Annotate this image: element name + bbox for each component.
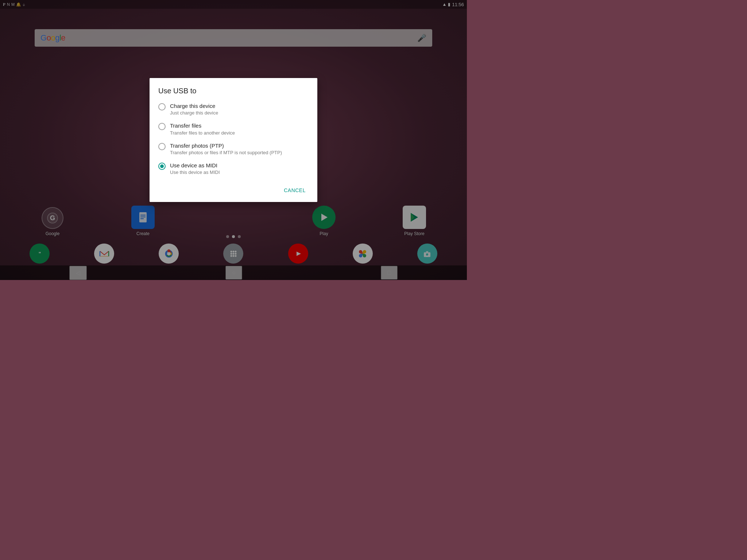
charge-sublabel: Just charge this device <box>170 110 218 116</box>
radio-transfer-files[interactable] <box>158 123 166 130</box>
midi-text-group: Use device as MIDI Use this device as MI… <box>170 162 220 176</box>
radio-transfer-photos[interactable] <box>158 143 166 150</box>
transfer-photos-label: Transfer photos (PTP) <box>170 142 282 149</box>
charge-text-group: Charge this device Just charge this devi… <box>170 102 218 116</box>
dialog-overlay[interactable]: Use USB to Charge this device Just charg… <box>0 0 467 280</box>
cancel-button[interactable]: CANCEL <box>281 184 309 196</box>
dialog-title: Use USB to <box>158 87 309 95</box>
transfer-files-sublabel: Transfer files to another device <box>170 130 235 136</box>
transfer-files-text-group: Transfer files Transfer files to another… <box>170 122 235 136</box>
transfer-files-label: Transfer files <box>170 122 235 129</box>
option-midi[interactable]: Use device as MIDI Use this device as MI… <box>158 162 309 176</box>
transfer-photos-sublabel: Transfer photos or files if MTP is not s… <box>170 150 282 156</box>
radio-charge[interactable] <box>158 103 166 110</box>
transfer-photos-text-group: Transfer photos (PTP) Transfer photos or… <box>170 142 282 156</box>
midi-sublabel: Use this device as MIDI <box>170 170 220 176</box>
midi-label: Use device as MIDI <box>170 162 220 169</box>
radio-midi[interactable] <box>158 163 166 170</box>
option-transfer-photos[interactable]: Transfer photos (PTP) Transfer photos or… <box>158 142 309 156</box>
usb-dialog: Use USB to Charge this device Just charg… <box>150 78 317 202</box>
charge-label: Charge this device <box>170 102 218 110</box>
option-transfer-files[interactable]: Transfer files Transfer files to another… <box>158 122 309 136</box>
dialog-actions: CANCEL <box>158 182 309 196</box>
option-charge[interactable]: Charge this device Just charge this devi… <box>158 102 309 116</box>
